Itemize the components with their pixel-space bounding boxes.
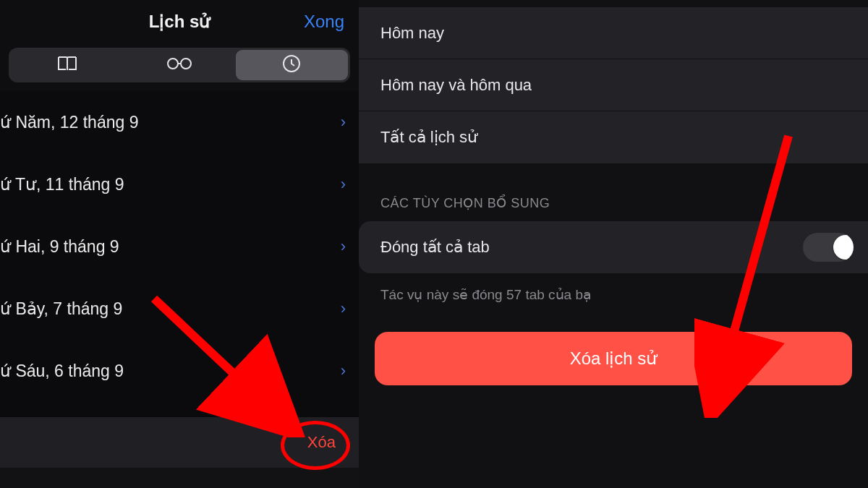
segmented-control bbox=[9, 48, 350, 82]
close-all-tabs-toggle[interactable] bbox=[803, 233, 854, 262]
history-list: ứ Năm, 12 tháng 9 › ứ Tư, 11 tháng 9 › ứ… bbox=[0, 91, 359, 417]
option-label: Tất cả lịch sử bbox=[380, 128, 477, 147]
close-all-tabs-row[interactable]: Đóng tất cả tab bbox=[359, 221, 868, 273]
bottom-gap bbox=[0, 468, 359, 488]
history-day-label: ứ Bảy, 7 tháng 9 bbox=[0, 299, 122, 319]
close-tabs-hint: Tác vụ này sẽ đóng 57 tab của bạ bbox=[359, 273, 868, 303]
timeframe-options: Hôm nay Hôm nay và hôm qua Tất cả lịch s… bbox=[359, 7, 868, 163]
option-label: Hôm nay bbox=[380, 24, 444, 43]
chevron-right-icon: › bbox=[341, 175, 346, 194]
history-day-row[interactable]: ứ Tư, 11 tháng 9 › bbox=[0, 153, 359, 215]
tab-reading-list[interactable] bbox=[123, 50, 235, 80]
tab-history[interactable] bbox=[236, 50, 348, 80]
option-today[interactable]: Hôm nay bbox=[359, 7, 868, 59]
clear-history-sheet: Hôm nay Hôm nay và hôm qua Tất cả lịch s… bbox=[359, 0, 868, 488]
history-day-row[interactable]: ứ Hai, 9 tháng 9 › bbox=[0, 215, 359, 278]
svg-point-0 bbox=[168, 59, 178, 69]
svg-point-1 bbox=[181, 59, 191, 69]
left-header: Lịch sử Xong bbox=[0, 0, 359, 43]
toggle-knob bbox=[833, 235, 854, 260]
book-icon bbox=[56, 55, 78, 75]
history-day-label: ứ Sáu, 6 tháng 9 bbox=[0, 361, 124, 381]
history-day-label: ứ Tư, 11 tháng 9 bbox=[0, 175, 124, 194]
clock-icon bbox=[282, 54, 301, 76]
section-header: CÁC TÙY CHỌN BỔ SUNG bbox=[359, 163, 868, 221]
chevron-right-icon: › bbox=[341, 361, 346, 380]
clear-history-button[interactable]: Xóa lịch sử bbox=[375, 332, 852, 385]
history-day-label: ứ Hai, 9 tháng 9 bbox=[0, 237, 119, 257]
left-toolbar: Xóa bbox=[0, 417, 359, 468]
clear-history-label: Xóa lịch sử bbox=[570, 348, 658, 369]
history-day-label: ứ Năm, 12 tháng 9 bbox=[0, 113, 138, 132]
option-all-history[interactable]: Tất cả lịch sử bbox=[359, 111, 868, 163]
glasses-icon bbox=[166, 56, 193, 74]
chevron-right-icon: › bbox=[341, 237, 346, 256]
done-button[interactable]: Xong bbox=[304, 12, 344, 32]
history-panel: Lịch sử Xong bbox=[0, 0, 359, 488]
clear-button[interactable]: Xóa bbox=[307, 433, 336, 452]
tab-bookmarks[interactable] bbox=[11, 50, 123, 80]
chevron-right-icon: › bbox=[341, 299, 346, 318]
option-today-yesterday[interactable]: Hôm nay và hôm qua bbox=[359, 59, 868, 111]
option-label: Hôm nay và hôm qua bbox=[380, 76, 532, 95]
toggle-label: Đóng tất cả tab bbox=[380, 238, 490, 257]
history-day-row[interactable]: ứ Năm, 12 tháng 9 › bbox=[0, 91, 359, 153]
history-day-row[interactable]: ứ Sáu, 6 tháng 9 › bbox=[0, 340, 359, 402]
segmented-control-wrap bbox=[0, 43, 359, 88]
page-title: Lịch sử bbox=[149, 12, 210, 32]
history-day-row[interactable]: ứ Bảy, 7 tháng 9 › bbox=[0, 278, 359, 340]
chevron-right-icon: › bbox=[341, 113, 346, 132]
